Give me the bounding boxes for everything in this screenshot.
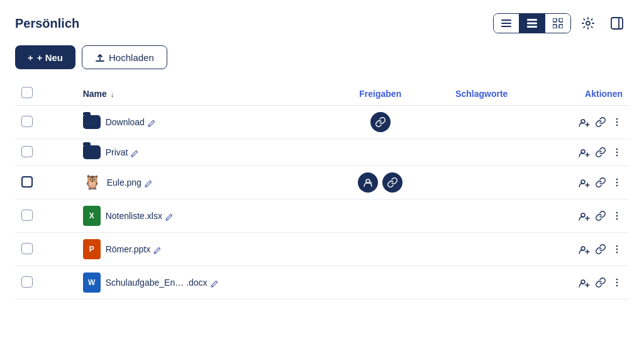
svg-point-32	[616, 245, 618, 247]
more-options-icon[interactable]	[611, 147, 623, 158]
svg-point-37	[616, 282, 618, 284]
view-btn-list2[interactable]	[519, 14, 545, 33]
file-name-cell: P Römer.pptx	[83, 239, 328, 259]
col-tags-header: Schlagworte	[455, 89, 508, 99]
copy-link-icon[interactable]	[595, 177, 606, 188]
table-row: 🦉 Eule.png	[15, 166, 629, 199]
more-options-icon[interactable]	[611, 177, 623, 188]
add-share-icon[interactable]	[579, 210, 590, 222]
svg-rect-1	[501, 23, 511, 24]
tags-cell	[426, 166, 537, 199]
edit-icon[interactable]	[148, 118, 156, 127]
view-btn-list1[interactable]	[494, 14, 519, 33]
file-name-cell: 🦉 Eule.png	[83, 173, 328, 192]
file-name-label[interactable]: Römer.pptx	[106, 244, 162, 254]
svg-rect-6	[553, 18, 557, 22]
svg-rect-3	[527, 19, 537, 21]
copy-link-icon[interactable]	[595, 277, 606, 288]
add-share-icon[interactable]	[579, 277, 590, 288]
svg-point-14	[616, 118, 618, 120]
panel-toggle-button[interactable]	[605, 13, 629, 34]
copy-link-icon[interactable]	[595, 210, 606, 222]
new-button[interactable]: + + Neu	[15, 45, 75, 69]
action-icons	[543, 147, 623, 158]
row-checkbox[interactable]	[21, 146, 33, 157]
edit-icon[interactable]	[145, 178, 153, 188]
table-row: Download	[15, 106, 629, 139]
table-row: P Römer.pptx	[15, 233, 629, 266]
svg-point-33	[616, 249, 618, 250]
svg-point-34	[616, 252, 618, 254]
tags-cell	[426, 199, 537, 233]
svg-point-22	[370, 182, 372, 184]
copy-link-icon[interactable]	[595, 244, 606, 255]
row-checkbox[interactable]	[21, 116, 33, 127]
row-checkbox[interactable]	[21, 176, 33, 188]
edit-icon[interactable]	[131, 148, 139, 157]
share-badges	[341, 112, 420, 132]
add-share-icon[interactable]	[579, 116, 590, 128]
folder-icon	[83, 145, 101, 159]
svg-point-16	[616, 125, 618, 126]
svg-point-36	[616, 279, 618, 281]
add-share-icon[interactable]	[579, 177, 590, 188]
file-name-label[interactable]: Privat	[106, 147, 140, 157]
svg-point-26	[616, 185, 618, 187]
more-options-icon[interactable]	[611, 277, 623, 288]
file-name-label[interactable]: Eule.png	[107, 177, 153, 188]
svg-rect-8	[553, 25, 557, 28]
add-share-icon[interactable]	[579, 244, 590, 255]
edit-icon[interactable]	[165, 211, 174, 221]
upload-button[interactable]: Hochladen	[82, 45, 167, 69]
svg-point-20	[616, 155, 618, 157]
share-badges	[341, 172, 420, 193]
select-all-checkbox[interactable]	[21, 87, 33, 98]
more-options-icon[interactable]	[611, 210, 623, 222]
col-name-header: Name	[83, 89, 107, 99]
view-toggle-group	[493, 13, 571, 33]
edit-icon[interactable]	[153, 245, 162, 254]
add-share-icon[interactable]	[579, 147, 590, 158]
header-controls	[493, 13, 629, 34]
svg-rect-7	[559, 18, 563, 22]
view-btn-grid[interactable]	[545, 14, 570, 33]
xlsx-icon: X	[83, 206, 101, 226]
more-options-icon[interactable]	[611, 244, 623, 255]
folder-icon	[83, 115, 101, 129]
col-actions-header: Aktionen	[585, 89, 623, 99]
edit-icon[interactable]	[211, 278, 219, 288]
link-share-badge	[370, 112, 391, 132]
row-checkbox[interactable]	[21, 243, 33, 254]
file-name-label[interactable]: Schulaufgabe_En… .docx	[106, 278, 219, 288]
tags-cell	[426, 106, 537, 139]
svg-point-19	[616, 152, 618, 154]
svg-point-29	[616, 215, 618, 217]
svg-point-18	[616, 149, 618, 150]
file-name-label[interactable]: Notenliste.xlsx	[106, 211, 174, 221]
sort-arrow-icon: ↓	[111, 91, 114, 98]
row-checkbox[interactable]	[21, 276, 33, 288]
new-label: + Neu	[37, 52, 63, 63]
action-icons	[543, 210, 623, 222]
more-options-icon[interactable]	[611, 116, 623, 128]
link-share-badge	[382, 172, 402, 193]
file-name-cell: Download	[83, 115, 328, 129]
file-name-cell: Privat	[83, 145, 328, 159]
table-row: W Schulaufgabe_En… .docx	[15, 266, 629, 300]
settings-button[interactable]	[576, 13, 600, 34]
user-share-badge	[358, 172, 378, 193]
upload-label: Hochladen	[109, 52, 154, 63]
tags-cell	[426, 139, 537, 166]
action-toolbar: + + Neu Hochladen	[15, 45, 629, 69]
tags-cell	[426, 266, 537, 300]
svg-point-38	[616, 285, 618, 287]
copy-link-icon[interactable]	[595, 116, 606, 128]
row-checkbox[interactable]	[21, 210, 33, 221]
action-icons	[543, 116, 623, 128]
svg-point-28	[616, 212, 618, 214]
svg-point-24	[616, 179, 618, 181]
file-name-label[interactable]: Download	[106, 117, 156, 127]
page-header: Persönlich	[15, 13, 629, 34]
copy-link-icon[interactable]	[595, 147, 606, 158]
svg-rect-9	[559, 25, 563, 28]
